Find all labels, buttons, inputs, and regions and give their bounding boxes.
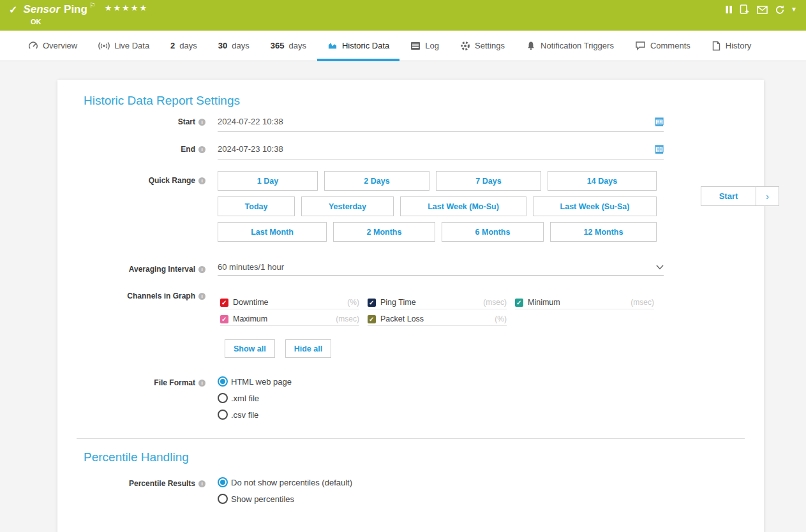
tab-overview[interactable]: Overview: [28, 31, 77, 61]
sensor-header: ✓ Sensor Ping ⚐ ★★★★★ OK ▾: [0, 0, 806, 31]
chevron-down-icon[interactable]: ▾: [792, 4, 796, 13]
gear-icon: [460, 41, 470, 51]
comment-icon: [635, 41, 646, 50]
gauge-icon: [28, 41, 38, 51]
radio-selected-icon[interactable]: [218, 376, 228, 387]
quick-range-yesterday-button[interactable]: Yesterday: [301, 196, 394, 216]
percentile-results-row: Percentile Results Do not show percentil…: [57, 475, 764, 510]
email-icon[interactable]: [757, 6, 768, 14]
averaging-interval-row: Averaging Interval 60 minutes/1 hour: [57, 258, 764, 276]
end-date-input[interactable]: 2024-07-23 10:38: [218, 142, 664, 159]
end-label: End: [181, 145, 195, 154]
calendar-icon[interactable]: [655, 144, 664, 154]
info-icon[interactable]: [198, 266, 205, 273]
tab-settings[interactable]: Settings: [460, 31, 505, 61]
radio-icon[interactable]: [218, 410, 228, 420]
info-icon[interactable]: [198, 146, 205, 153]
info-icon[interactable]: [198, 177, 205, 184]
quick-range-1-day-button[interactable]: 1 Day: [218, 171, 318, 191]
start-expand-button[interactable]: ›: [756, 186, 779, 206]
channels-in-graph-label: Channels in Graph: [127, 292, 195, 300]
channels-in-graph-row: Channels in Graph Downtime (%) Ping Time…: [57, 292, 764, 358]
quick-range-last-month-button[interactable]: Last Month: [218, 222, 327, 242]
sensor-kind-label: Sensor: [23, 3, 60, 16]
quick-range-last-week-su-sa-button[interactable]: Last Week (Su-Sa): [533, 196, 657, 216]
file-format-option-csv[interactable]: .csv file: [218, 410, 664, 420]
flag-icon[interactable]: ⚐: [89, 1, 96, 10]
channel-maximum[interactable]: Maximum (msec): [220, 314, 359, 326]
checkbox-checked-icon[interactable]: [368, 315, 376, 323]
channel-ping-time[interactable]: Ping Time (msec): [368, 298, 507, 309]
sensor-name: Ping: [64, 3, 87, 16]
checkbox-checked-icon[interactable]: [368, 299, 376, 307]
end-field-row: End 2024-07-23 10:38: [57, 142, 764, 159]
quick-range-12-months-button[interactable]: 12 Months: [550, 222, 657, 242]
start-report-button[interactable]: Start: [701, 186, 756, 206]
quick-range-2-days-button[interactable]: 2 Days: [324, 171, 429, 191]
status-check-icon: ✓: [9, 4, 17, 16]
channel-minimum[interactable]: Minimum (msec): [515, 298, 654, 309]
tab-365-days[interactable]: 365 days: [271, 31, 306, 61]
checkbox-checked-icon[interactable]: [515, 299, 523, 307]
chevron-down-icon: [656, 265, 664, 270]
radio-icon[interactable]: [218, 393, 228, 403]
hide-all-button[interactable]: Hide all: [285, 339, 331, 358]
info-icon[interactable]: [198, 119, 205, 126]
channel-downtime[interactable]: Downtime (%): [220, 298, 359, 309]
page-icon: [712, 41, 721, 51]
tab-2-days[interactable]: 2 days: [170, 31, 197, 61]
list-icon: [410, 41, 421, 50]
tab-log[interactable]: Log: [410, 31, 439, 61]
start-date-input[interactable]: 2024-07-22 10:38: [218, 115, 664, 132]
settings-card: Historic Data Report Settings Start 2024…: [57, 80, 764, 532]
quick-range-14-days-button[interactable]: 14 Days: [548, 171, 657, 191]
tab-live-data[interactable]: Live Data: [98, 31, 149, 61]
percentile-option-do-not-show[interactable]: Do not show percentiles (default): [218, 477, 664, 487]
radio-icon[interactable]: [218, 494, 228, 504]
file-format-option-xml[interactable]: .xml file: [218, 393, 664, 403]
quick-range-7-days-button[interactable]: 7 Days: [436, 171, 541, 191]
tab-notification-triggers[interactable]: Notification Triggers: [526, 31, 614, 61]
start-field-row: Start 2024-07-22 10:38: [57, 115, 764, 132]
quick-range-today-button[interactable]: Today: [218, 196, 295, 216]
tab-historic-data[interactable]: Historic Data: [327, 31, 389, 61]
averaging-interval-select[interactable]: 60 minutes/1 hour: [218, 258, 664, 276]
refresh-icon[interactable]: [775, 5, 785, 15]
quick-range-label: Quick Range: [149, 176, 195, 185]
checkbox-checked-icon[interactable]: [220, 299, 228, 307]
quick-range-row: Quick Range 1 Day 2 Days 7 Days 14 Days …: [57, 171, 764, 248]
quick-range-last-week-mo-su-button[interactable]: Last Week (Mo-Su): [400, 196, 526, 216]
quick-range-6-months-button[interactable]: 6 Months: [442, 222, 544, 242]
section-divider: [77, 438, 745, 439]
sensor-tabbar: Overview Live Data 2 days 30 days 365 da…: [0, 31, 806, 61]
calendar-icon[interactable]: [655, 117, 664, 126]
averaging-interval-label: Averaging Interval: [129, 265, 195, 274]
priority-stars[interactable]: ★★★★★: [105, 3, 148, 13]
area-chart-icon: [327, 41, 338, 50]
channel-packet-loss[interactable]: Packet Loss (%): [368, 314, 507, 326]
start-label: Start: [178, 117, 195, 126]
file-format-row: File Format HTML web page .xml file .csv…: [57, 374, 764, 426]
checkbox-checked-icon[interactable]: [220, 315, 228, 323]
info-icon[interactable]: [198, 480, 205, 487]
tab-30-days[interactable]: 30 days: [218, 31, 250, 61]
quick-range-2-months-button[interactable]: 2 Months: [333, 222, 435, 242]
show-all-button[interactable]: Show all: [225, 339, 275, 358]
page-body: Historic Data Report Settings Start 2024…: [0, 61, 806, 532]
percentile-option-show[interactable]: Show percentiles: [218, 494, 664, 504]
bell-icon: [526, 41, 536, 50]
tab-comments[interactable]: Comments: [635, 31, 690, 61]
start-report-action: Start ›: [701, 186, 779, 206]
add-report-icon[interactable]: [740, 4, 750, 15]
radio-selected-icon[interactable]: [218, 477, 228, 487]
tab-history[interactable]: History: [712, 31, 751, 61]
section-title-percentile-handling: Percentile Handling: [84, 450, 189, 464]
info-icon[interactable]: [198, 293, 205, 300]
broadcast-icon: [98, 41, 110, 50]
file-format-option-html[interactable]: HTML web page: [218, 376, 664, 387]
percentile-results-label: Percentile Results: [129, 479, 195, 488]
status-badge: OK: [31, 18, 148, 26]
section-title-report-settings: Historic Data Report Settings: [84, 94, 240, 108]
pause-icon[interactable]: [726, 5, 733, 14]
info-icon[interactable]: [198, 380, 205, 387]
